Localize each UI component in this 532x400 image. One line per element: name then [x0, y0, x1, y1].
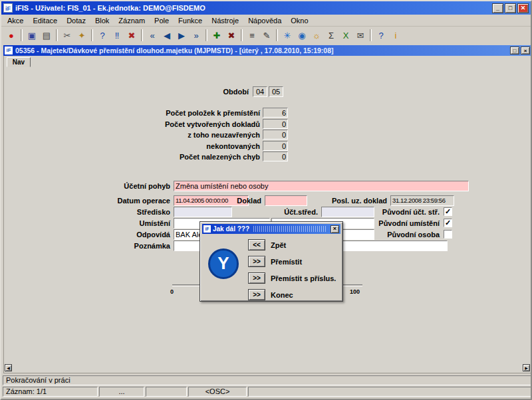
count-row: nekontovaných0 — [4, 141, 532, 152]
scroll-right-button[interactable]: ▶ — [523, 364, 530, 371]
close-button[interactable]: ✕ — [517, 3, 529, 13]
progress-min-label: 0 — [170, 288, 174, 295]
menu-item-blok[interactable]: Blok — [90, 16, 114, 25]
next-record-icon[interactable]: ▶ — [174, 29, 189, 43]
junction-icon: Y — [208, 249, 239, 279]
toolbar-divider — [141, 29, 143, 41]
count-field[interactable]: 0 — [263, 130, 288, 140]
toolbar-divider — [276, 29, 278, 41]
count-field[interactable]: 0 — [263, 141, 288, 151]
puvodni-umisteni-checkbox[interactable] — [444, 219, 452, 227]
menu-item-zaznam[interactable]: Záznam — [114, 16, 150, 25]
progress-max-label: 100 — [350, 288, 360, 295]
puvodni-osoba-checkbox[interactable] — [444, 230, 452, 239]
execute-query-icon[interactable]: ‼ — [110, 29, 124, 43]
count-field[interactable]: 6 — [263, 108, 288, 118]
move-button[interactable]: >> — [248, 256, 265, 267]
mdi-restore-button[interactable]: □ — [510, 47, 519, 54]
menu-item-nastroje[interactable]: Nástroje — [207, 16, 243, 25]
menu-item-funkce[interactable]: Funkce — [174, 16, 207, 25]
dialog-logo-icon: iF — [203, 225, 211, 233]
sum-icon[interactable]: Σ — [324, 29, 338, 43]
posl-uz-doklad-field[interactable]: 31.12.2008 23:59:56 — [390, 195, 454, 206]
insert-record-icon[interactable]: ✚ — [209, 29, 224, 43]
stredisko-label: Středisko — [137, 208, 170, 216]
mdi-close-button[interactable]: × — [521, 47, 530, 54]
obdobi-to-field[interactable]: 05 — [269, 86, 283, 97]
obdobi-label: Období — [223, 88, 249, 96]
mdi-logo-icon: iF — [5, 47, 13, 54]
keys-icon[interactable]: ✦ — [74, 29, 89, 43]
maximize-button[interactable]: □ — [505, 3, 516, 13]
poznamka-label: Poznámka — [134, 242, 170, 250]
stredisko-field[interactable] — [174, 207, 232, 217]
mail-icon[interactable]: ✉ — [353, 29, 368, 43]
doklad-field[interactable] — [265, 195, 307, 206]
mdi-window-title: 05356 - Majetek/Dávkové přemístění dlouh… — [15, 47, 507, 54]
prev-record-icon[interactable]: ◀ — [160, 29, 174, 43]
clear-record-icon[interactable]: ✂ — [60, 29, 74, 43]
record-count-panel: Záznam: 1/1 — [3, 387, 98, 397]
delete-record-icon[interactable]: ✖ — [224, 29, 239, 43]
toolbar-divider — [21, 29, 23, 41]
form-canvas: Nav Období 04 05 Počet položek k přemíst… — [3, 56, 531, 373]
uct-stred-label: Účt.střed. — [284, 208, 318, 216]
help-icon[interactable]: ? — [374, 29, 388, 43]
status-panel-3 — [146, 387, 187, 397]
puvodni-uct-str-label: Původní účt. stř. — [382, 208, 440, 216]
enter-query-icon[interactable]: ? — [95, 29, 110, 43]
count-field[interactable]: 0 — [263, 151, 288, 161]
menu-item-editace[interactable]: Editace — [28, 16, 62, 25]
status-message-bar: Pokračování v práci — [3, 375, 532, 385]
uct-stred-field[interactable] — [321, 207, 374, 217]
ucetni-pohyb-label: Účetní pohyb — [124, 182, 170, 190]
count-row: Počet vytvořených dokladů0 — [4, 119, 532, 130]
attachment-icon[interactable]: ✳ — [280, 29, 295, 43]
toolbar-divider — [205, 29, 207, 41]
datum-operace-label: Datum operace — [118, 197, 170, 205]
count-label: Počet nalezených chyb — [180, 153, 260, 161]
menu-item-pole[interactable]: Pole — [150, 16, 174, 25]
last-record-icon[interactable]: » — [189, 29, 203, 43]
move-with-accessories-button[interactable]: >> — [248, 272, 265, 284]
dialog-close-icon[interactable]: × — [331, 225, 339, 233]
excel-export-icon[interactable]: X — [338, 29, 353, 43]
menu-item-akce[interactable]: Akce — [3, 16, 28, 25]
ucetni-pohyb-field[interactable]: Změna umístění nebo osoby — [174, 181, 469, 191]
puvodni-umisteni-label: Původní umístění — [378, 219, 440, 227]
back-button[interactable]: << — [248, 239, 265, 250]
toolbar-divider — [91, 29, 93, 41]
obdobi-from-field[interactable]: 04 — [253, 86, 267, 97]
end-button[interactable]: >> — [248, 289, 265, 300]
count-field[interactable]: 0 — [263, 119, 288, 129]
globe-icon[interactable]: ◉ — [295, 29, 309, 43]
first-record-icon[interactable]: « — [145, 29, 160, 43]
odpovida-label: Odpovídá — [136, 231, 170, 239]
dialog-button-row: <<Zpět — [248, 237, 336, 253]
menu-item-okno[interactable]: Okno — [286, 16, 313, 25]
cancel-query-icon[interactable]: ✖ — [124, 29, 139, 43]
exit-icon[interactable]: ● — [4, 29, 19, 43]
list-values-icon[interactable]: ≡ — [245, 29, 259, 43]
edit-field-icon[interactable]: ✎ — [259, 29, 274, 43]
print-icon[interactable]: ▤ — [39, 29, 54, 43]
nav-tab[interactable]: Nav — [7, 57, 31, 67]
dialog-buttons: <<Zpět>>Přemístit>>Přemístit s příslus.>… — [248, 237, 336, 303]
count-label: Počet vytvořených dokladů — [165, 120, 260, 128]
puvodni-uct-str-checkbox[interactable] — [444, 207, 452, 216]
osc-panel: <OSC> — [188, 387, 247, 397]
menu-item-napoveda[interactable]: Nápověda — [243, 16, 286, 25]
alarm-icon[interactable]: ☼ — [309, 29, 324, 43]
count-label: Počet položek k přemístění — [166, 109, 260, 117]
minimize-button[interactable]: _ — [492, 3, 503, 13]
window-title: iFIS - Uživatel: FIS_01 - Ek.jednotka: D… — [15, 4, 489, 12]
scroll-left-button[interactable]: ◀ — [5, 364, 12, 371]
posl-uz-doklad-label: Posl. uz. doklad — [332, 197, 387, 205]
puvodni-osoba-label: Původní osoba — [387, 231, 440, 239]
status-panel-2: ... — [99, 387, 144, 397]
save-icon[interactable]: ▣ — [25, 29, 39, 43]
about-icon[interactable]: i — [388, 29, 403, 43]
doklad-label: Doklad — [237, 197, 261, 205]
umisteni-label: Umístění — [140, 219, 170, 227]
menu-item-dotaz[interactable]: Dotaz — [62, 16, 90, 25]
